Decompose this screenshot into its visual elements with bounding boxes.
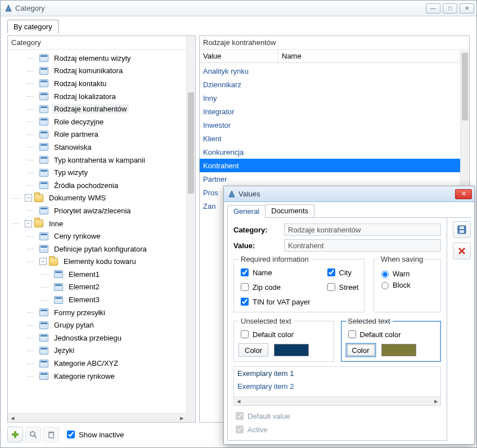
expand-icon[interactable]: − [25,220,32,227]
saving-block[interactable]: Block [379,280,436,289]
tree-node[interactable]: −Inne [8,217,186,230]
list-row[interactable]: Konkurencja [200,145,460,159]
dialog-content: Category: Value: Required information Na… [227,218,447,441]
card-icon [39,360,48,368]
tab-by-category[interactable]: By category [7,20,58,33]
default-value-checkbox[interactable]: Default value [233,410,441,422]
expand-icon[interactable]: − [39,258,47,265]
show-inactive-checkbox[interactable]: Show inactive [65,429,124,440]
card-icon [39,232,48,240]
saving-legend: When saving [379,255,425,263]
delete-button[interactable] [43,427,59,442]
tree-node-label: Element3 [66,295,102,304]
add-button[interactable] [7,427,23,442]
tree-node[interactable]: Ceny rynkowe [8,230,186,243]
req-name[interactable]: Name [238,267,310,278]
tree-node[interactable]: Element1 [8,268,186,281]
card-icon [39,308,48,316]
tree-node[interactable]: Rodzaj lokalizatora [8,90,186,103]
value-field[interactable] [284,239,441,252]
tree-node[interactable]: Rodzaj elementu wizyty [8,52,186,65]
cancel-button[interactable] [453,243,471,259]
list-row[interactable]: Kontrahent [200,159,460,172]
exemplary-hscroll[interactable]: ◂ ▸ [234,396,440,405]
selected-text-group: Selected text Default color Color [341,317,442,362]
req-tin[interactable]: TIN for VAT payer [238,296,310,307]
card-icon [39,169,48,177]
tree-node[interactable]: Priorytet awiza/zlecenia [8,204,186,217]
tree-node-label: Rodzaj lokalizatora [52,92,118,101]
tree-node[interactable]: Języki [8,344,186,357]
minimize-button[interactable]: ― [426,3,440,14]
category-field[interactable] [284,223,441,236]
maximize-button[interactable]: □ [443,3,457,14]
save-button[interactable] [453,221,471,238]
tree-node[interactable]: Rodzaje kontrahentów [8,102,186,115]
list-row[interactable]: Analityk rynku [200,64,460,78]
list-row[interactable]: Inwestor [200,118,460,132]
list-row[interactable]: Integrator [200,105,460,118]
tree-node[interactable]: Rodzaj kontaktu [8,77,186,90]
tree-node[interactable]: −Dokumenty WMS [8,192,186,205]
column-value[interactable]: Value [200,50,278,62]
saving-warn[interactable]: Warn [379,269,436,278]
left-horizontal-scrollbar[interactable]: ◂ ▸ [8,413,186,422]
req-street[interactable]: Street [325,281,359,293]
exemplary-item-2[interactable]: Exemplary item 2 [234,380,440,393]
tree-node-label: Typ wizyty [52,168,90,177]
card-icon [39,372,48,380]
tree-node[interactable]: Formy przesyłki [8,306,186,319]
tree-node[interactable]: −Elementy kodu towaru [8,256,186,268]
scroll-left-icon[interactable]: ◂ [8,414,17,422]
tree-node[interactable]: Typ wizyty [8,166,186,179]
close-button[interactable]: ✕ [460,3,474,14]
tree-node-label: Rodzaje kontrahentów [52,104,129,114]
dialog-close-button[interactable]: ✕ [455,189,472,199]
tree-node[interactable]: Jednostka przebiegu [8,331,186,344]
column-name[interactable]: Name [278,50,469,62]
tree-node[interactable]: Role partnera [8,128,186,141]
main-titlebar: Category ― □ ✕ [1,1,476,16]
scroll-right-icon[interactable]: ▸ [431,397,440,405]
list-row[interactable]: Partner [200,172,460,186]
req-zip[interactable]: Zip code [238,281,310,293]
left-vertical-scrollbar[interactable] [186,36,195,413]
list-row[interactable]: Dziennikarz [200,78,460,91]
card-icon [39,67,48,75]
active-checkbox[interactable]: Active [233,424,441,435]
exemplary-item-1[interactable]: Exemplary item 1 [234,367,440,380]
tab-general[interactable]: General [227,205,266,218]
selected-color-button[interactable]: Color [346,343,376,357]
tree-node-label: Kategorie rynkowe [52,371,117,381]
unselected-default-color[interactable]: Default color [238,329,329,340]
tree-node[interactable]: Źródła pochodzenia [8,179,186,192]
tab-documents[interactable]: Documents [265,204,314,217]
list-row[interactable]: Inny [200,91,460,105]
list-row[interactable]: Klient [200,132,460,145]
scroll-left-icon[interactable]: ◂ [234,397,243,405]
tree-node[interactable]: Grupy pytań [8,319,186,331]
required-legend: Required information [238,255,311,263]
expand-icon[interactable]: − [25,194,32,201]
selected-default-color[interactable]: Default color [346,329,436,340]
card-icon [39,79,48,87]
folder-icon [34,219,43,227]
tree-node[interactable]: Definicje pytań konfiguratora [8,243,186,256]
scroll-right-icon[interactable]: ▸ [177,414,186,422]
tree-node[interactable]: Stanowiska [8,141,186,154]
card-icon [39,92,48,100]
tree-node[interactable]: Typ kontrahenta w kampanii [8,154,186,167]
tree-node-label: Inne [47,219,65,229]
tree-node[interactable]: Kategorie ABC/XYZ [8,357,186,370]
card-icon [39,54,48,62]
tree-node[interactable]: Kategorie rynkowe [8,370,186,383]
category-tree[interactable]: Rodzaj elementu wizytyRodzaj komunikator… [8,51,186,413]
show-inactive-input[interactable] [67,431,75,438]
tree-node[interactable]: Element3 [8,293,186,306]
search-button[interactable] [25,427,41,442]
tree-node[interactable]: Element2 [8,281,186,294]
req-city[interactable]: City [325,267,359,278]
tree-node[interactable]: Role decyzyjne [8,115,186,128]
tree-node[interactable]: Rodzaj komunikatora [8,65,186,78]
unselected-color-button[interactable]: Color [238,343,268,357]
